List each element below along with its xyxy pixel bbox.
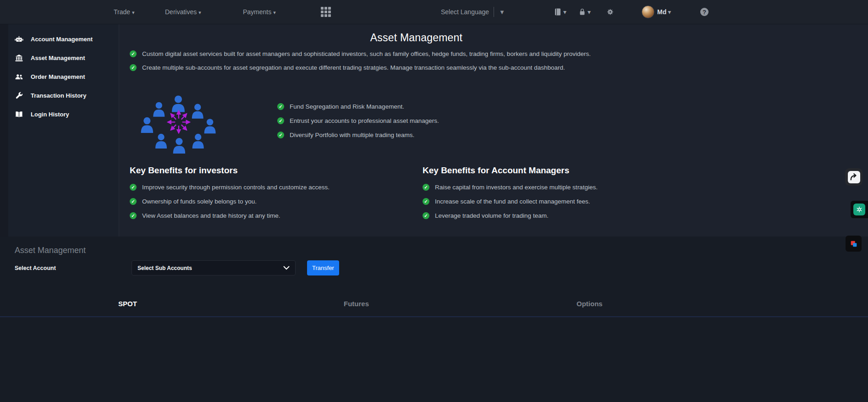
sidebar-item-asset-management[interactable]: Asset Management: [8, 49, 119, 67]
benefit-bullet: ✓ Increase scale of the fund and collect…: [423, 197, 703, 206]
investor-benefits: Key Benefits for investors ✓ Improve sec…: [130, 165, 423, 226]
intro-text: Custom digital asset services built for …: [142, 50, 591, 58]
sidebar-item-label: Account Management: [31, 36, 93, 43]
transfer-button[interactable]: Transfer: [307, 260, 339, 275]
chatgpt-icon: [853, 204, 865, 215]
transfer-panel: Asset Management Select Account Select S…: [0, 237, 868, 402]
manager-benefits: Key Benefits for Account Managers ✓ Rais…: [423, 165, 703, 226]
team-network-illustration: [138, 93, 219, 158]
caret-down-icon: ▾: [198, 10, 201, 15]
transfer-panel-heading: Asset Management: [15, 246, 86, 255]
nav-menu-payments[interactable]: Payments▾: [243, 8, 276, 16]
sidebar-item-login-history[interactable]: Login History: [8, 105, 119, 124]
manager-benefits-title: Key Benefits for Account Managers: [423, 165, 703, 176]
check-icon: ✓: [277, 132, 284, 138]
check-icon: ✓: [130, 50, 137, 57]
share-extension-button[interactable]: [845, 168, 863, 186]
caret-down-icon: ▾: [132, 10, 135, 15]
username-label: Md: [657, 8, 666, 16]
tab-options[interactable]: Options: [577, 300, 603, 308]
divider: [494, 7, 494, 17]
user-avatar[interactable]: [642, 6, 654, 18]
security-menu[interactable]: ▾: [578, 8, 591, 16]
sidebar: Account Management Asset Management: [8, 24, 119, 237]
lock-icon: [578, 8, 586, 16]
overlapping-squares-icon: [850, 240, 858, 248]
intro-text: Create multiple sub-accounts for asset s…: [142, 63, 565, 72]
nav-menu-payments-label: Payments: [243, 8, 271, 16]
user-menu[interactable]: Md ▾: [657, 8, 671, 16]
screenshot-extension-button[interactable]: [846, 236, 862, 252]
sidebar-item-label: Order Management: [31, 73, 85, 80]
select-account-label: Select Account: [15, 265, 56, 271]
open-book-icon: [15, 110, 23, 119]
sidebar-item-order-management[interactable]: Order Management: [8, 67, 119, 86]
intro-bullet: ✓ Custom digital asset services built fo…: [130, 50, 703, 58]
main-content: Asset Management ✓ Custom digital asset …: [119, 24, 868, 237]
benefit-text: Leverage traded volume for trading team.: [435, 211, 549, 220]
wrench-icon: [15, 91, 23, 100]
feature-list: ✓ Fund Segregation and Risk Management. …: [277, 93, 439, 158]
sub-accounts-select-value: Select Sub Accounts: [137, 265, 192, 271]
tab-spot[interactable]: SPOT: [118, 300, 137, 308]
chevron-down-icon: [283, 266, 290, 270]
benefit-text: Ownership of funds solely belongs to you…: [142, 197, 257, 206]
nav-menu-derivatives-label: Derivatives: [165, 8, 197, 16]
feature-bullet: ✓ Diversify Portfolio with multiple trad…: [277, 131, 439, 139]
tab-futures[interactable]: Futures: [344, 300, 369, 308]
asset-management-page: Trade▾ Derivatives▾ Payments▾ Select Lan…: [0, 0, 868, 402]
ledger-book-icon: [554, 8, 562, 16]
feature-bullet: ✓ Entrust your accounts to professional …: [277, 116, 439, 125]
check-icon: ✓: [130, 198, 137, 205]
sidebar-item-label: Transaction History: [31, 92, 86, 99]
page-title: Asset Management: [130, 32, 703, 44]
benefit-text: Increase scale of the fund and collect m…: [435, 197, 590, 206]
feature-row: ✓ Fund Segregation and Risk Management. …: [130, 93, 703, 158]
benefit-text: Improve security through permission cont…: [142, 183, 330, 192]
nav-menu-trade-label: Trade: [114, 8, 130, 16]
check-icon: ✓: [423, 184, 429, 191]
caret-down-icon: ▾: [273, 10, 276, 15]
feature-bullet: ✓ Fund Segregation and Risk Management.: [277, 102, 439, 111]
sidebar-item-label: Login History: [31, 111, 69, 118]
content-layout: Account Management Asset Management: [0, 24, 868, 237]
language-dropdown-icon[interactable]: ▼: [499, 9, 505, 16]
people-circle-arrows-icon: [138, 93, 219, 159]
nav-menu-trade[interactable]: Trade▾: [114, 8, 135, 16]
feature-text: Entrust your accounts to professional as…: [290, 116, 439, 125]
robot-icon: [15, 35, 23, 44]
check-icon: ✓: [423, 212, 429, 219]
sub-accounts-select[interactable]: Select Sub Accounts: [132, 260, 296, 275]
tabs-divider: [0, 316, 868, 317]
caret-down-icon: ▾: [668, 8, 671, 16]
benefit-bullet: ✓ Raise capital from investors and exerc…: [423, 183, 703, 192]
chatgpt-extension-button[interactable]: [851, 201, 868, 218]
check-icon: ✓: [277, 117, 284, 124]
benefit-bullet: ✓ Ownership of funds solely belongs to y…: [130, 197, 423, 206]
share-icon: [848, 171, 860, 183]
benefit-bullet: ✓ View Asset balances and trade history …: [130, 211, 423, 220]
settings-button[interactable]: [606, 8, 615, 17]
check-icon: ✓: [277, 103, 284, 110]
benefit-text: Raise capital from investors and exercis…: [435, 183, 598, 192]
bank-icon: [15, 54, 23, 62]
sidebar-item-account-management[interactable]: Account Management: [8, 30, 119, 49]
help-icon[interactable]: ?: [700, 8, 709, 16]
feature-text: Fund Segregation and Risk Management.: [290, 102, 404, 111]
check-icon: ✓: [130, 64, 137, 71]
caret-down-icon: ▾: [588, 8, 591, 16]
check-icon: ✓: [130, 212, 137, 219]
top-navigation-bar: Trade▾ Derivatives▾ Payments▾ Select Lan…: [0, 0, 868, 24]
check-icon: ✓: [130, 184, 137, 191]
check-icon: ✓: [423, 198, 429, 205]
benefit-bullet: ✓ Improve security through permission co…: [130, 183, 423, 192]
apps-grid-icon[interactable]: [321, 7, 331, 17]
sidebar-item-transaction-history[interactable]: Transaction History: [8, 86, 119, 105]
gear-icon: [606, 8, 615, 17]
intro-bullet: ✓ Create multiple sub-accounts for asset…: [130, 63, 703, 72]
nav-menu-derivatives[interactable]: Derivatives▾: [165, 8, 201, 16]
orders-menu[interactable]: ▾: [554, 8, 566, 16]
investor-benefits-title: Key Benefits for investors: [130, 165, 423, 176]
benefits-row: Key Benefits for investors ✓ Improve sec…: [130, 165, 703, 226]
select-language[interactable]: Select Language: [441, 8, 489, 16]
